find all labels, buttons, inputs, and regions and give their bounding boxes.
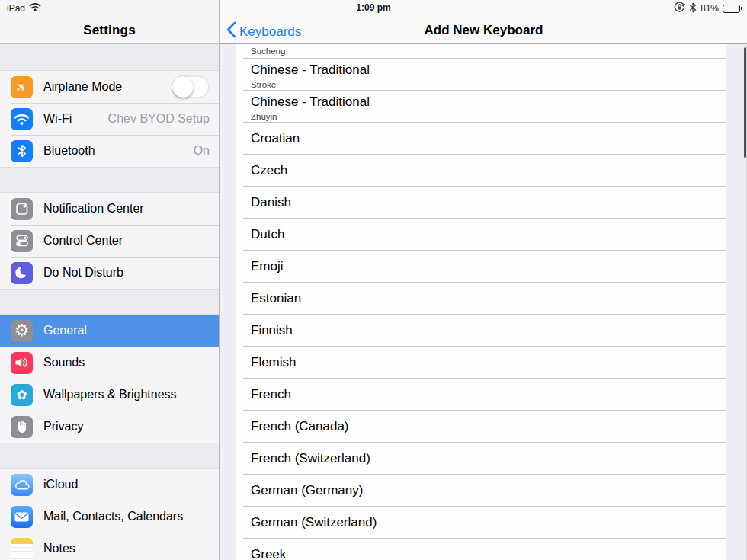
speaker-icon xyxy=(11,352,33,374)
keyboard-language-list: SuchengChinese - TraditionalStrokeChines… xyxy=(236,44,726,560)
sidebar-item-icloud[interactable]: iCloud xyxy=(0,469,219,501)
keyboard-row-label: Croatian xyxy=(251,131,300,146)
page-title: Add New Keyboard xyxy=(220,23,747,38)
sidebar-group-gap xyxy=(0,289,219,315)
keyboard-row-label: Flemish xyxy=(251,355,297,370)
sidebar-item-bluetooth[interactable]: BluetoothOn xyxy=(0,135,219,167)
keyboard-row[interactable]: Croatian xyxy=(236,123,726,155)
bluetooth-icon xyxy=(11,140,33,162)
keyboard-row-label: Danish xyxy=(251,195,291,210)
sidebar-item-airplane-mode[interactable]: ✈Airplane Mode xyxy=(0,71,219,103)
sidebar-item-general[interactable]: ⚙General xyxy=(0,315,219,347)
status-bar: iPad 1:09 pm 81% xyxy=(0,0,747,15)
sidebar-item-label: Do Not Disturb xyxy=(43,266,123,280)
moon-icon xyxy=(11,262,33,284)
airplane-icon: ✈ xyxy=(11,76,33,98)
sidebar-item-label: Notification Center xyxy=(43,202,144,216)
sidebar-item-label: iCloud xyxy=(43,478,78,491)
sidebar-group-gap xyxy=(0,443,219,469)
sidebar-title: Settings xyxy=(0,23,219,38)
notification-center-icon xyxy=(11,198,33,220)
sidebar-item-label: Bluetooth xyxy=(43,144,95,158)
keyboard-row[interactable]: Czech xyxy=(236,155,726,187)
battery-percent: 81% xyxy=(701,3,719,14)
orientation-lock-icon xyxy=(674,2,685,15)
keyboard-row-label: Chinese - Traditional xyxy=(251,91,726,110)
clock: 1:09 pm xyxy=(0,2,747,13)
keyboard-row-subtitle: Zhuyin xyxy=(251,112,726,122)
sidebar-item-label: Control Center xyxy=(43,234,123,248)
notes-icon xyxy=(11,538,33,560)
sidebar-item-label: Airplane Mode xyxy=(43,80,122,94)
flower-icon: ✿ xyxy=(11,384,33,406)
sidebar-item-notes[interactable]: Notes xyxy=(0,533,219,560)
sidebar-item-wifi[interactable]: Wi-FiChev BYOD Setup xyxy=(0,103,219,135)
settings-sidebar: Settings ✈Airplane ModeWi-FiChev BYOD Se… xyxy=(0,0,220,560)
ipad-settings-screen: iPad 1:09 pm 81% Settings ✈Airplane Mode… xyxy=(0,0,747,560)
sidebar-item-label: Sounds xyxy=(43,356,85,370)
envelope-icon xyxy=(11,506,33,528)
hand-icon xyxy=(11,416,33,438)
sidebar-group-gap xyxy=(0,43,219,71)
wifi-icon xyxy=(11,108,33,130)
keyboard-row-label: French (Switzerland) xyxy=(251,451,370,466)
keyboard-row[interactable]: German (Germany) xyxy=(236,475,726,507)
sidebar-item-notification-center[interactable]: Notification Center xyxy=(0,193,219,225)
sidebar-item-label: Mail, Contacts, Calendars xyxy=(43,510,183,523)
sidebar-item-value: On xyxy=(194,144,210,158)
sidebar-item-mail-contacts-calendars[interactable]: Mail, Contacts, Calendars xyxy=(0,501,219,533)
keyboard-row[interactable]: Dutch xyxy=(236,219,726,251)
keyboard-row-label: Emoji xyxy=(251,259,284,274)
keyboard-row-label: German (Germany) xyxy=(251,483,363,498)
sidebar-item-privacy[interactable]: Privacy xyxy=(0,411,219,443)
keyboard-row[interactable]: Sucheng xyxy=(236,44,726,59)
bluetooth-status-icon xyxy=(689,2,697,15)
keyboard-row-label: French xyxy=(251,387,291,402)
keyboard-row-label: Estonian xyxy=(251,291,301,306)
keyboard-row[interactable]: French xyxy=(236,379,726,411)
sidebar-item-label: General xyxy=(43,324,87,338)
airplane-mode-toggle[interactable] xyxy=(172,75,210,98)
battery-icon xyxy=(723,5,742,13)
gear-icon: ⚙ xyxy=(11,320,33,342)
sidebar-list: ✈Airplane ModeWi-FiChev BYOD SetupBlueto… xyxy=(0,43,219,560)
sidebar-item-control-center[interactable]: Control Center xyxy=(0,225,219,257)
keyboard-row[interactable]: Greek xyxy=(236,539,726,560)
add-new-keyboard-pane: Keyboards Add New Keyboard SuchengChines… xyxy=(220,0,747,560)
keyboard-row-label: Greek xyxy=(251,547,286,560)
cloud-icon xyxy=(11,474,33,496)
keyboard-row-label: German (Switzerland) xyxy=(251,515,377,530)
keyboard-row-subtitle: Sucheng xyxy=(251,46,285,56)
keyboard-row-label: Finnish xyxy=(251,323,293,338)
keyboard-row[interactable]: German (Switzerland) xyxy=(236,507,726,539)
keyboard-row-label: Czech xyxy=(251,163,287,178)
sidebar-item-sounds[interactable]: Sounds xyxy=(0,347,219,379)
keyboard-row[interactable]: Flemish xyxy=(236,347,726,379)
sidebar-item-do-not-disturb[interactable]: Do Not Disturb xyxy=(0,257,219,289)
keyboard-row-label: French (Canada) xyxy=(251,419,349,434)
keyboard-row-label: Dutch xyxy=(251,227,284,242)
keyboard-row[interactable]: French (Switzerland) xyxy=(236,443,726,475)
keyboard-row[interactable]: Emoji xyxy=(236,251,726,283)
keyboard-row[interactable]: Chinese - TraditionalStroke xyxy=(236,59,726,91)
keyboard-row-label: Chinese - Traditional xyxy=(251,59,726,78)
sidebar-item-label: Wallpapers & Brightness xyxy=(43,388,177,402)
sidebar-group-gap xyxy=(0,167,219,193)
sidebar-item-label: Privacy xyxy=(43,420,83,434)
sidebar-item-label: Notes xyxy=(43,542,75,555)
keyboard-row-subtitle: Stroke xyxy=(251,80,726,90)
sidebar-item-wallpapers-brightness[interactable]: ✿Wallpapers & Brightness xyxy=(0,379,219,411)
sidebar-item-label: Wi-Fi xyxy=(43,112,72,126)
sidebar-item-value: Chev BYOD Setup xyxy=(108,112,210,126)
keyboard-row[interactable]: French (Canada) xyxy=(236,411,726,443)
keyboard-row[interactable]: Chinese - TraditionalZhuyin xyxy=(236,91,726,123)
keyboard-row[interactable]: Finnish xyxy=(236,315,726,347)
keyboard-row[interactable]: Danish xyxy=(236,187,726,219)
scrollbar[interactable] xyxy=(744,47,746,158)
keyboard-row[interactable]: Estonian xyxy=(236,283,726,315)
control-center-icon xyxy=(11,230,33,252)
